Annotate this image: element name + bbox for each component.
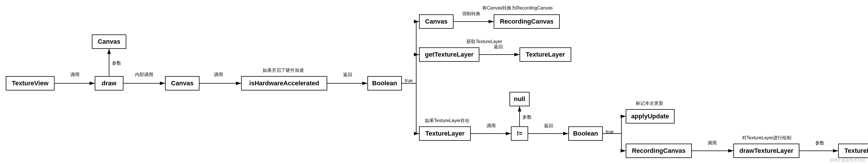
watermark: @稀土掘金技术社区 — [830, 158, 866, 163]
text: null — [514, 95, 525, 103]
node-boolean2: Boolean — [568, 127, 603, 141]
node-not-equal: != — [511, 127, 528, 141]
text: Canvas — [425, 18, 447, 25]
edge-label: 调用 — [214, 72, 223, 78]
node-canvas-inner: Canvas — [165, 76, 199, 90]
text: Boolean — [573, 130, 598, 137]
edge-label: 强制转换 — [462, 11, 480, 17]
edge-label: 调用 — [708, 140, 717, 146]
text: RecordingCanvas — [500, 18, 553, 25]
text: Canvas — [98, 38, 120, 45]
edge-label: 参数 — [522, 114, 532, 120]
text: TextureLayer — [425, 130, 465, 137]
text: != — [517, 130, 522, 137]
edge-label: true — [606, 129, 614, 134]
edge-label: true — [405, 78, 413, 83]
node-recording-canvas-bottom: RecordingCanvas — [626, 144, 692, 158]
node-draw: draw — [95, 76, 123, 90]
node-texture-layer-top: TextureLayer — [520, 47, 571, 62]
text: Canvas — [171, 80, 193, 87]
edge-label: 参数 — [112, 60, 121, 66]
node-canvas-param: Canvas — [92, 34, 126, 49]
edge-label: 返回 — [544, 123, 553, 129]
edge-label: 参数 — [815, 140, 825, 146]
node-boolean1: Boolean — [367, 76, 402, 90]
text: TextureLayer — [844, 147, 868, 155]
text: TextureView — [12, 80, 49, 87]
edge-label: 返回 — [494, 44, 503, 50]
text: getTextureLayer — [425, 51, 474, 58]
node-texture-layer-bottom: TextureLayer — [419, 127, 471, 141]
edge-label: 如果TextureLayer存在 — [425, 118, 470, 124]
text: isHardwareAccelerated — [249, 80, 319, 87]
edge-label: 对TextureLayer进行绘制 — [742, 135, 792, 141]
node-texture-view: TextureView — [6, 76, 55, 90]
text: drawTextureLayer — [739, 147, 794, 155]
edge-label: 内部调用 — [135, 72, 153, 78]
edge-label: 将Canvas转换为RecordingCanvas — [482, 5, 553, 11]
node-recording-canvas-top: RecordingCanvas — [494, 15, 560, 29]
edge-label: 标记本次更新 — [636, 101, 663, 107]
node-apply-update: applyUpdate — [626, 109, 675, 124]
edge-label: 返回 — [343, 72, 352, 78]
text: TextureLayer — [526, 51, 565, 58]
node-null: null — [509, 92, 530, 106]
text: applyUpdate — [631, 113, 669, 120]
edge-label: 调用 — [70, 72, 80, 78]
edge-label: 调用 — [487, 123, 496, 129]
text: Boolean — [372, 80, 397, 87]
edge-label: 如果开启了硬件加速 — [262, 67, 304, 74]
node-is-hw-accel: isHardwareAccelerated — [241, 76, 327, 90]
node-get-texture-layer: getTextureLayer — [419, 47, 479, 62]
text: draw — [102, 80, 116, 87]
text: RecordingCanvas — [632, 147, 685, 155]
node-texture-layer-end: TextureLayer — [838, 144, 868, 158]
node-draw-texture-layer: drawTextureLayer — [733, 144, 799, 158]
node-canvas-top: Canvas — [419, 15, 454, 29]
